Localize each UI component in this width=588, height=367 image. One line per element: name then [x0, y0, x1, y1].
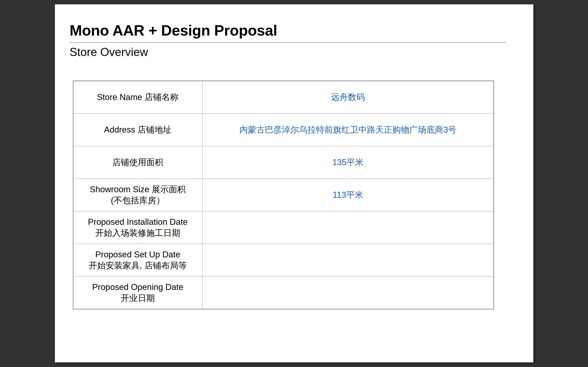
table-row-address: Address 店铺地址 内蒙古巴彦淖尔乌拉特前旗红卫中路天正购物广场底商3号 — [73, 114, 494, 146]
row-value: 135平米 — [208, 157, 488, 168]
table-row-store-area: 店铺使用面积 135平米 — [73, 146, 494, 179]
row-value-cell: 内蒙古巴彦淖尔乌拉特前旗红卫中路天正购物广场底商3号 — [202, 114, 494, 146]
row-label-line: (不包括库房） — [79, 195, 197, 206]
store-overview-table: Store Name 店铺名称 远舟数码 Address 店铺地址 内蒙古巴彦淖… — [73, 81, 494, 309]
row-label-line: 开始安装家具, 店铺布局等 — [79, 260, 197, 271]
row-label-line: Address 店铺地址 — [79, 124, 197, 135]
page-content: Mono AAR + Design Proposal Store Overvie… — [55, 4, 533, 309]
row-value-cell — [202, 244, 494, 276]
title-divider — [69, 42, 506, 43]
section-heading: Store Overview — [69, 46, 506, 59]
row-label-line: Store Name 店铺名称 — [79, 92, 197, 103]
row-label-cell: Address 店铺地址 — [73, 114, 202, 146]
table-row-installation-date: Proposed Installation Date 开始入场装修施工日期 — [73, 211, 494, 244]
row-label-cell: Showroom Size 展示面积 (不包括库房） — [73, 179, 202, 211]
row-label-cell: Proposed Set Up Date 开始安装家具, 店铺布局等 — [73, 244, 202, 276]
row-label-line: Proposed Installation Date — [79, 217, 197, 227]
table-row-showroom-size: Showroom Size 展示面积 (不包括库房） 113平米 — [73, 179, 494, 211]
row-label-line: Proposed Set Up Date — [79, 249, 197, 260]
row-label-cell: Proposed Installation Date 开始入场装修施工日期 — [73, 211, 202, 244]
row-label-line: Proposed Opening Date — [79, 282, 197, 293]
row-label-cell: Proposed Opening Date 开业日期 — [73, 276, 202, 309]
app-background: Mono AAR + Design Proposal Store Overvie… — [0, 0, 588, 367]
row-label-line: 开始入场装修施工日期 — [79, 227, 197, 239]
row-value: 内蒙古巴彦淖尔乌拉特前旗红卫中路天正购物广场底商3号 — [208, 124, 488, 135]
row-value-cell — [202, 276, 494, 309]
table-row-opening-date: Proposed Opening Date 开业日期 — [73, 276, 494, 309]
document-page: Mono AAR + Design Proposal Store Overvie… — [55, 4, 533, 362]
row-value: 113平米 — [208, 190, 488, 200]
row-value: 远舟数码 — [208, 92, 488, 103]
row-label-line: 开业日期 — [79, 293, 197, 304]
table-row-setup-date: Proposed Set Up Date 开始安装家具, 店铺布局等 — [73, 244, 494, 276]
row-label-cell: 店铺使用面积 — [73, 146, 202, 179]
row-label-line: Showroom Size 展示面积 — [79, 184, 197, 195]
row-value-cell: 135平米 — [202, 146, 494, 179]
row-value-cell — [202, 211, 494, 244]
row-label-cell: Store Name 店铺名称 — [73, 81, 202, 114]
page-title: Mono AAR + Design Proposal — [69, 22, 506, 39]
table-row-store-name: Store Name 店铺名称 远舟数码 — [73, 81, 494, 114]
row-value-cell: 113平米 — [202, 179, 494, 211]
row-value-cell: 远舟数码 — [202, 81, 494, 114]
row-label-line: 店铺使用面积 — [79, 157, 197, 168]
